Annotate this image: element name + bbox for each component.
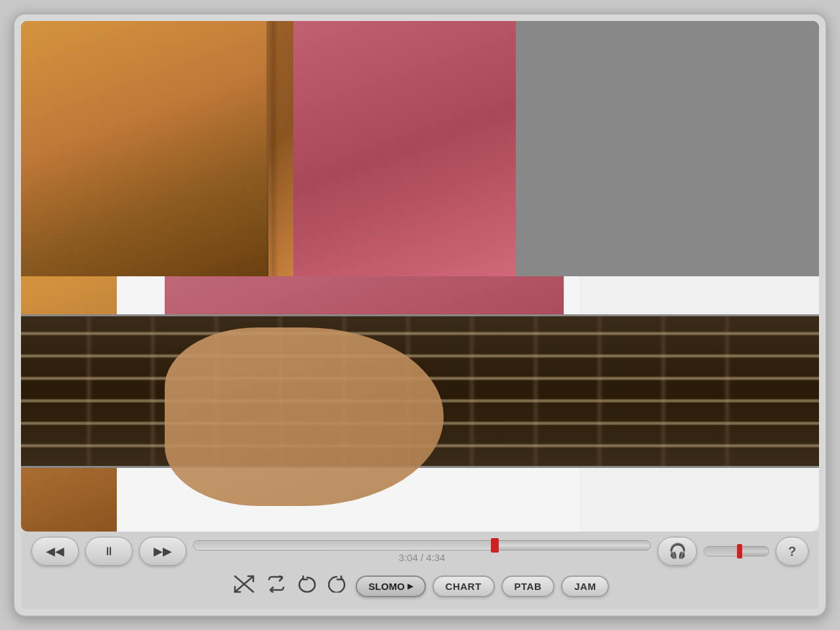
secondary-controls: SLOMO CHART PTAB JAM bbox=[32, 570, 808, 604]
loop-icon bbox=[266, 576, 286, 597]
rewind-button[interactable]: ◀◀ bbox=[32, 537, 79, 566]
shuffle-icon bbox=[234, 575, 255, 597]
jam-label: JAM bbox=[574, 581, 596, 592]
hand-area bbox=[165, 327, 444, 506]
shirt-area-top bbox=[293, 21, 516, 276]
video-placeholder bbox=[21, 21, 819, 532]
player-container: ◀◀ ⏸ ▶▶ 3:04 / 4:34 🎧 bbox=[13, 13, 827, 617]
help-button[interactable]: ? bbox=[776, 537, 808, 566]
headphone-button[interactable]: 🎧 bbox=[658, 537, 697, 566]
undo-icon bbox=[298, 576, 316, 597]
ptab-label: PTAB bbox=[514, 581, 542, 592]
progress-bar-fill bbox=[194, 541, 495, 550]
volume-track[interactable] bbox=[704, 546, 769, 556]
slomo-button[interactable]: SLOMO bbox=[356, 576, 426, 597]
jam-button[interactable]: JAM bbox=[561, 576, 609, 597]
refresh-button[interactable] bbox=[326, 573, 349, 599]
slomo-label: SLOMO bbox=[369, 581, 405, 592]
main-controls: ◀◀ ⏸ ▶▶ 3:04 / 4:34 🎧 bbox=[32, 537, 808, 566]
volume-bar bbox=[704, 546, 769, 556]
refresh-icon bbox=[328, 576, 346, 597]
chart-button[interactable]: CHART bbox=[432, 576, 495, 597]
progress-bar-track[interactable] bbox=[193, 540, 651, 551]
controls-bar: ◀◀ ⏸ ▶▶ 3:04 / 4:34 🎧 bbox=[21, 532, 819, 609]
headphone-icon: 🎧 bbox=[669, 543, 686, 560]
video-top-section bbox=[21, 21, 516, 276]
forward-icon: ▶▶ bbox=[154, 544, 172, 558]
progress-thumb bbox=[491, 538, 499, 553]
video-area bbox=[21, 21, 819, 532]
volume-fill bbox=[704, 547, 740, 556]
rewind-icon: ◀◀ bbox=[46, 544, 64, 558]
chart-label: CHART bbox=[446, 581, 482, 592]
forward-button[interactable]: ▶▶ bbox=[139, 537, 186, 566]
progress-container: 3:04 / 4:34 bbox=[193, 540, 651, 563]
help-icon: ? bbox=[788, 544, 796, 559]
time-display: 3:04 / 4:34 bbox=[399, 552, 446, 563]
guitar-body-top bbox=[21, 21, 268, 276]
shuffle-button[interactable] bbox=[231, 572, 257, 600]
pause-icon: ⏸ bbox=[103, 545, 115, 558]
volume-thumb bbox=[737, 544, 742, 558]
undo-button[interactable] bbox=[295, 573, 319, 599]
video-bottom-section bbox=[21, 276, 819, 532]
pause-button[interactable]: ⏸ bbox=[85, 537, 133, 566]
ptab-button[interactable]: PTAB bbox=[501, 576, 555, 597]
loop-button[interactable] bbox=[264, 573, 289, 599]
